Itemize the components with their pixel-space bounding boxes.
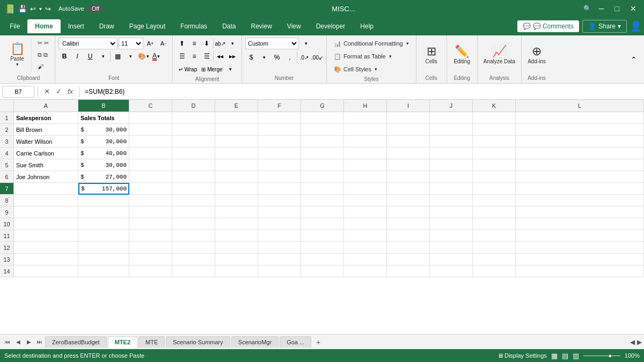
cell-e11[interactable] bbox=[215, 230, 258, 242]
cell-g14[interactable] bbox=[301, 265, 344, 277]
search-icon[interactable]: 🔍 bbox=[583, 5, 591, 12]
underline-dropdown-icon[interactable]: ▾ bbox=[97, 50, 109, 62]
cell-h3[interactable] bbox=[344, 136, 387, 147]
cell-f10[interactable] bbox=[258, 218, 301, 230]
cell-h12[interactable] bbox=[344, 242, 387, 254]
orientation-dropdown[interactable]: ▾ bbox=[226, 38, 238, 49]
cell-i1[interactable] bbox=[387, 112, 430, 124]
cell-g5[interactable] bbox=[301, 159, 344, 171]
underline-button[interactable]: U bbox=[84, 50, 96, 62]
cell-b8[interactable] bbox=[78, 195, 129, 206]
cell-l4[interactable] bbox=[516, 147, 644, 159]
bold-button[interactable]: B bbox=[58, 50, 70, 62]
center-align-button[interactable]: ≡ bbox=[188, 50, 200, 62]
minimize-button[interactable]: ─ bbox=[596, 3, 608, 14]
cell-k8[interactable] bbox=[473, 195, 516, 206]
cell-a8[interactable] bbox=[14, 195, 78, 206]
sheet-tab-scenario-summary[interactable]: Scenario Summary bbox=[166, 336, 230, 348]
bottom-align-button[interactable]: ⬇ bbox=[201, 38, 213, 49]
cell-a3[interactable]: Walter Wilson bbox=[14, 136, 78, 147]
autosave-toggle[interactable]: Off bbox=[89, 5, 103, 12]
cell-k2[interactable] bbox=[473, 124, 516, 136]
tab-home[interactable]: Home bbox=[27, 19, 60, 33]
cell-a7[interactable] bbox=[14, 183, 78, 195]
tab-insert[interactable]: Insert bbox=[61, 19, 92, 33]
cell-c13[interactable] bbox=[129, 254, 172, 265]
cell-d8[interactable] bbox=[172, 195, 215, 206]
sheet-tab-zerobasedbudget[interactable]: ZeroBasedBudget bbox=[45, 336, 107, 348]
cell-b1[interactable]: Sales Totals bbox=[78, 112, 129, 124]
cell-reference-input[interactable] bbox=[2, 86, 34, 98]
cell-e14[interactable] bbox=[215, 265, 258, 277]
wrap-text-button[interactable]: ↵ Wrap bbox=[176, 63, 200, 75]
cell-l7[interactable] bbox=[516, 183, 644, 195]
sheet-tab-scenariomgr[interactable]: ScenarioMgr bbox=[231, 336, 279, 348]
cell-e12[interactable] bbox=[215, 242, 258, 254]
formula-confirm-button[interactable]: ✓ bbox=[53, 86, 64, 97]
tab-view[interactable]: View bbox=[280, 19, 309, 33]
cell-h7[interactable] bbox=[344, 183, 387, 195]
cell-g4[interactable] bbox=[301, 147, 344, 159]
col-header-l[interactable]: L bbox=[516, 100, 644, 112]
cell-d14[interactable] bbox=[172, 265, 215, 277]
col-header-h[interactable]: H bbox=[344, 100, 387, 112]
indent-increase-button[interactable]: ▸▸ bbox=[226, 50, 238, 62]
cell-d12[interactable] bbox=[172, 242, 215, 254]
cell-k10[interactable] bbox=[473, 218, 516, 230]
increase-decimal-button[interactable]: .0↗ bbox=[298, 51, 310, 63]
tab-formulas[interactable]: Formulas bbox=[173, 19, 215, 33]
sheet-nav-first-button[interactable]: ⏮ bbox=[2, 337, 13, 348]
cell-f6[interactable] bbox=[258, 171, 301, 183]
quick-save-icon[interactable]: 💾 bbox=[18, 5, 27, 13]
cell-c14[interactable] bbox=[129, 265, 172, 277]
cell-l1[interactable] bbox=[516, 112, 644, 124]
col-header-e[interactable]: E bbox=[215, 100, 258, 112]
cell-l12[interactable] bbox=[516, 242, 644, 254]
cell-g2[interactable] bbox=[301, 124, 344, 136]
cell-k4[interactable] bbox=[473, 147, 516, 159]
font-size-select[interactable]: 11 bbox=[119, 38, 143, 49]
redo-icon[interactable]: ↪ bbox=[45, 5, 51, 13]
cell-f8[interactable] bbox=[258, 195, 301, 206]
decrease-font-button[interactable]: A- bbox=[157, 38, 169, 49]
cell-j13[interactable] bbox=[430, 254, 473, 265]
cell-f14[interactable] bbox=[258, 265, 301, 277]
cell-a2[interactable]: Bill Brown bbox=[14, 124, 78, 136]
maximize-button[interactable]: □ bbox=[612, 3, 623, 14]
cell-j7[interactable] bbox=[430, 183, 473, 195]
col-header-i[interactable]: I bbox=[387, 100, 430, 112]
undo-dropdown-icon[interactable]: ▾ bbox=[39, 6, 42, 12]
editing-button[interactable]: ✏️ Editing bbox=[450, 38, 474, 72]
cell-b13[interactable] bbox=[78, 254, 129, 265]
cell-i11[interactable] bbox=[387, 230, 430, 242]
cell-h1[interactable] bbox=[344, 112, 387, 124]
cell-f3[interactable] bbox=[258, 136, 301, 147]
cell-d11[interactable] bbox=[172, 230, 215, 242]
cell-i9[interactable] bbox=[387, 206, 430, 218]
cell-h13[interactable] bbox=[344, 254, 387, 265]
cell-k12[interactable] bbox=[473, 242, 516, 254]
analyze-data-button[interactable]: 📈 Analyze Data bbox=[481, 38, 518, 72]
cell-b10[interactable] bbox=[78, 218, 129, 230]
cell-b9[interactable] bbox=[78, 206, 129, 218]
cell-j2[interactable] bbox=[430, 124, 473, 136]
sheet-tab-goa[interactable]: Goa ... bbox=[280, 336, 311, 348]
view-preview-button[interactable]: ▥ bbox=[573, 352, 579, 360]
paste-button[interactable]: 📋 Paste ▾ bbox=[5, 38, 29, 72]
cell-j14[interactable] bbox=[430, 265, 473, 277]
formula-input[interactable] bbox=[83, 86, 642, 98]
ribbon-collapse-button[interactable]: ⌃ bbox=[628, 54, 640, 65]
cell-f2[interactable] bbox=[258, 124, 301, 136]
cell-h4[interactable] bbox=[344, 147, 387, 159]
cell-h5[interactable] bbox=[344, 159, 387, 171]
insert-function-button[interactable]: fx bbox=[65, 86, 76, 97]
sheet-nav-last-button[interactable]: ⏭ bbox=[34, 337, 45, 348]
col-header-f[interactable]: F bbox=[258, 100, 301, 112]
cell-k7[interactable] bbox=[473, 183, 516, 195]
cell-l6[interactable] bbox=[516, 171, 644, 183]
cell-i13[interactable] bbox=[387, 254, 430, 265]
cell-c12[interactable] bbox=[129, 242, 172, 254]
cell-j4[interactable] bbox=[430, 147, 473, 159]
col-header-k[interactable]: K bbox=[473, 100, 516, 112]
cell-g6[interactable] bbox=[301, 171, 344, 183]
